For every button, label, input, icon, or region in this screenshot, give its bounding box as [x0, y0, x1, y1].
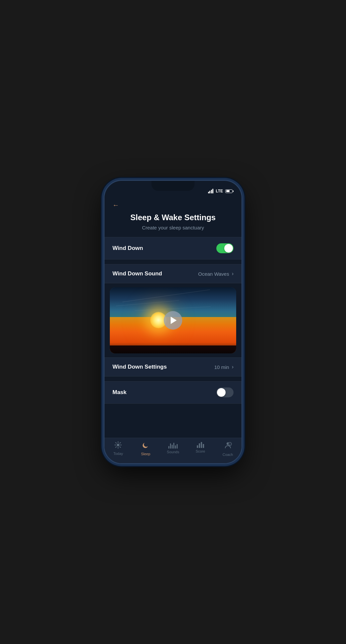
notch: [151, 181, 195, 191]
screen: LTE ← Sleep & Wake Settings Create your …: [105, 181, 241, 463]
wind-down-settings-row[interactable]: Wind Down Settings 10 min ›: [105, 358, 241, 376]
status-right: LTE: [208, 189, 234, 193]
status-bar: LTE: [105, 181, 241, 197]
gap-1: [105, 260, 241, 264]
tab-today[interactable]: Today: [105, 441, 132, 457]
sleep-icon: [142, 441, 149, 451]
tab-today-label: Today: [113, 452, 123, 456]
svg-line-8: [116, 447, 116, 447]
play-icon: [171, 317, 177, 324]
wind-down-sound-row[interactable]: Wind Down Sound Ocean Waves ›: [105, 264, 241, 283]
tab-sleep-label: Sleep: [141, 452, 150, 456]
chevron-right-icon-2: ›: [232, 364, 234, 370]
wind-down-toggle[interactable]: [216, 243, 234, 253]
wind-down-sound-value: Ocean Waves: [198, 271, 229, 277]
video-container: [105, 283, 241, 357]
water-layer: [110, 345, 236, 353]
page-title: Sleep & Wake Settings: [112, 213, 234, 222]
content-area: ← Sleep & Wake Settings Create your slee…: [105, 197, 241, 438]
header: ← Sleep & Wake Settings Create your slee…: [105, 197, 241, 237]
mask-label: Mask: [112, 389, 127, 396]
gap-3: [105, 404, 241, 430]
wind-down-label: Wind Down: [112, 245, 143, 252]
coach-icon: ?: [224, 441, 232, 451]
svg-line-6: [120, 447, 121, 447]
svg-point-0: [117, 444, 119, 446]
back-button[interactable]: ←: [112, 200, 119, 210]
svg-line-7: [120, 443, 121, 443]
tab-score[interactable]: Score: [187, 441, 214, 457]
tab-sleep[interactable]: Sleep: [132, 441, 159, 457]
tab-sounds[interactable]: Sounds: [159, 441, 187, 457]
tab-bar: Today Sleep: [105, 438, 241, 463]
page-subtitle: Create your sleep sanctuary: [112, 225, 234, 230]
chevron-right-icon: ›: [232, 271, 234, 277]
mask-row[interactable]: Mask: [105, 382, 241, 403]
today-icon: [114, 441, 122, 450]
sounds-icon: [168, 441, 178, 449]
video-thumbnail[interactable]: [110, 287, 236, 353]
battery-icon: [225, 189, 234, 193]
mask-toggle[interactable]: [216, 387, 234, 397]
carrier-label: LTE: [216, 189, 223, 193]
signal-bars-icon: [208, 189, 214, 193]
gap-2: [105, 377, 241, 381]
tab-score-label: Score: [195, 449, 205, 453]
mask-section: Mask: [105, 381, 241, 404]
wind-down-settings-section: Wind Down Settings 10 min ›: [105, 357, 241, 377]
wind-down-settings-value-group: 10 min ›: [214, 364, 234, 370]
wind-down-section: Wind Down: [105, 237, 241, 260]
mask-toggle-thumb: [217, 388, 226, 397]
wind-down-row[interactable]: Wind Down: [105, 237, 241, 259]
wind-down-settings-label: Wind Down Settings: [112, 364, 167, 370]
score-icon: [197, 441, 204, 448]
play-button[interactable]: [164, 311, 182, 330]
svg-line-5: [116, 443, 116, 443]
wind-down-sound-value-group: Ocean Waves ›: [198, 271, 234, 277]
phone-frame: LTE ← Sleep & Wake Settings Create your …: [104, 180, 242, 464]
tab-coach-label: Coach: [223, 453, 233, 457]
svg-text:?: ?: [229, 443, 231, 446]
tab-coach[interactable]: ? Coach: [214, 441, 241, 457]
wind-down-sound-section: Wind Down Sound Ocean Waves ›: [105, 264, 241, 283]
tab-sounds-label: Sounds: [167, 450, 179, 454]
toggle-thumb: [224, 244, 233, 253]
wind-down-sound-label: Wind Down Sound: [112, 270, 162, 277]
wind-down-settings-value: 10 min: [214, 364, 229, 370]
